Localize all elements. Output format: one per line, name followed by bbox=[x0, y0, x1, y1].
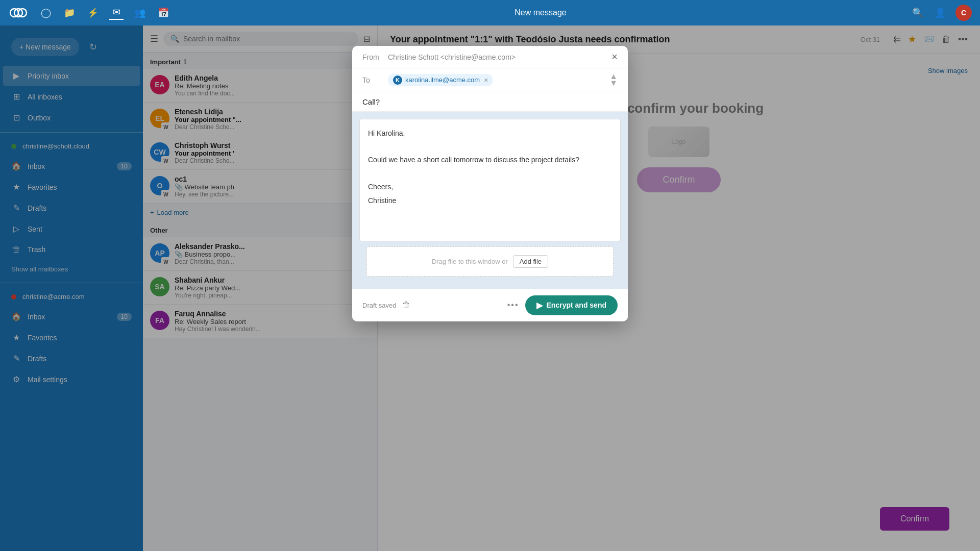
compose-attachment-area[interactable]: Drag file to this window or Add file bbox=[366, 246, 614, 277]
compose-to-row: To K karolina.ilme@acme.com × ▲▼ bbox=[352, 68, 628, 92]
body-line-3: Cheers, bbox=[368, 181, 612, 192]
drag-file-label: Drag file to this window or bbox=[432, 258, 508, 265]
compose-body-area: Hi Karolina, Could we have a short call … bbox=[352, 112, 628, 289]
compose-from-row: From Christine Schott <christine@acme.co… bbox=[352, 46, 628, 68]
compose-body-inner[interactable]: Hi Karolina, Could we have a short call … bbox=[359, 119, 621, 241]
to-label: To bbox=[362, 76, 388, 84]
circle-nav-icon[interactable]: ◯ bbox=[39, 6, 53, 20]
encrypt-send-label: Encrypt and send bbox=[547, 301, 606, 309]
compose-subject-row bbox=[352, 92, 628, 112]
compose-footer: Draft saved 🗑 ••• ▶ Encrypt and send bbox=[352, 289, 628, 321]
contacts-nav-icon[interactable]: 👥 bbox=[133, 6, 147, 20]
search-icon[interactable]: 🔍 bbox=[911, 6, 925, 20]
recipient-remove-icon[interactable]: × bbox=[484, 76, 488, 84]
encrypt-and-send-button[interactable]: ▶ Encrypt and send bbox=[525, 295, 618, 315]
topbar: ◯ 📁 ⚡ ✉ 👥 📅 New message 🔍 👤 C bbox=[0, 0, 980, 26]
body-line-1: Hi Karolina, bbox=[368, 128, 612, 139]
recipient-initial: K bbox=[393, 76, 402, 85]
compose-subject-input[interactable] bbox=[362, 97, 618, 106]
from-label: From bbox=[362, 53, 388, 61]
mail-nav-icon[interactable]: ✉ bbox=[109, 6, 124, 20]
add-file-button[interactable]: Add file bbox=[513, 255, 548, 268]
activity-nav-icon[interactable]: ⚡ bbox=[86, 6, 100, 20]
app-logo[interactable] bbox=[8, 3, 29, 23]
recipient-email: karolina.ilme@acme.com bbox=[405, 76, 480, 84]
topbar-title: New message bbox=[181, 8, 900, 17]
more-options-button[interactable]: ••• bbox=[507, 300, 519, 310]
body-line-blank2 bbox=[368, 168, 612, 179]
body-line-4: Christine bbox=[368, 195, 612, 206]
files-nav-icon[interactable]: 📁 bbox=[62, 6, 77, 20]
user-icon[interactable]: 👤 bbox=[933, 6, 947, 20]
body-line-blank bbox=[368, 141, 612, 152]
body-line-2: Could we have a short call tomorrow to d… bbox=[368, 154, 612, 165]
delete-draft-icon[interactable]: 🗑 bbox=[402, 300, 410, 310]
send-icon: ▶ bbox=[536, 300, 543, 310]
topbar-nav-icons: ◯ 📁 ⚡ ✉ 👥 📅 bbox=[39, 6, 170, 20]
draft-saved-label: Draft saved bbox=[362, 302, 396, 309]
calendar-nav-icon[interactable]: 📅 bbox=[156, 6, 170, 20]
from-value: Christine Schott <christine@acme.com> bbox=[388, 53, 611, 61]
compose-modal: From Christine Schott <christine@acme.co… bbox=[352, 46, 628, 321]
to-field[interactable]: K karolina.ilme@acme.com × bbox=[388, 74, 609, 86]
topbar-right: 🔍 👤 C bbox=[911, 5, 972, 21]
recipient-tag[interactable]: K karolina.ilme@acme.com × bbox=[388, 74, 493, 86]
avatar[interactable]: C bbox=[955, 5, 972, 21]
compose-close-button[interactable]: × bbox=[611, 51, 618, 63]
compose-fields: From Christine Schott <christine@acme.co… bbox=[352, 46, 628, 112]
recipient-arrows[interactable]: ▲▼ bbox=[609, 73, 618, 87]
